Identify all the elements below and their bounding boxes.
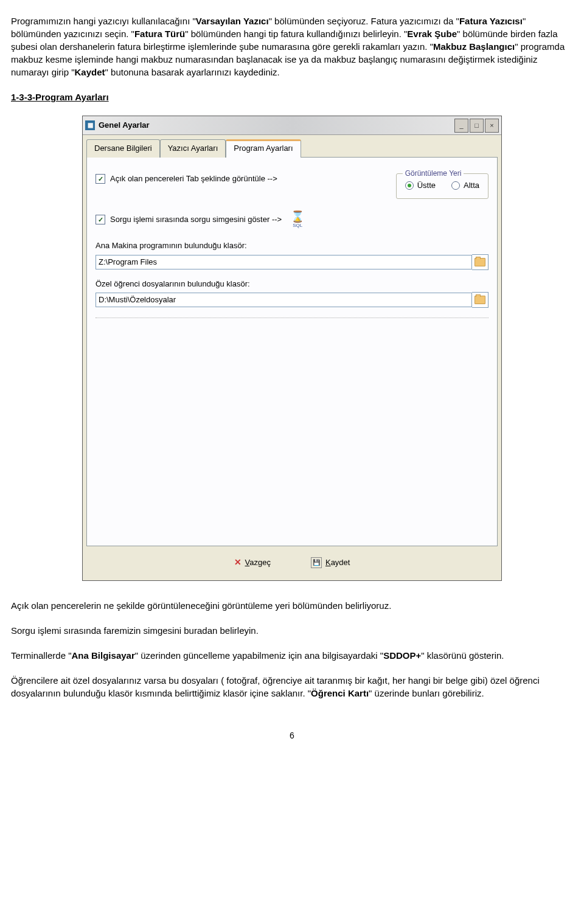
checkbox-sorgu-simgesi[interactable] (96, 215, 105, 224)
kaydet-suffix: aydet (331, 558, 350, 567)
page-number: 6 (11, 730, 573, 742)
section-heading: 1-3-3-Program Ayarları (11, 91, 573, 103)
vazgec-suffix: azgeç (249, 558, 271, 567)
ana-bilgisayar-bold: Ana Bilgisayar (72, 650, 135, 661)
p3b: " üzerinden güncelleme yapabilmeniz için… (135, 650, 383, 661)
save-icon: 💾 (311, 557, 322, 568)
genel-ayarlar-window: ▦ Genel Ayarlar _ □ × Dersane Bilgileri … (82, 116, 502, 581)
ana-makina-input[interactable]: Z:\Program Files (96, 255, 472, 269)
fatura-yazicisi: Fatura Yazıcısı (459, 16, 523, 26)
checkbox-sorgu-label: Sorgu işlemi sırasında sorgu simgesini g… (110, 214, 282, 225)
close-button[interactable]: × (485, 119, 499, 133)
ana-makina-label: Ana Makina programının bulunduğu klasör: (96, 240, 488, 251)
ozel-ogrenci-label: Özel öğrenci dosyalarının bulunduğu klas… (96, 279, 488, 290)
checkbox-tab-label: Açık olan pencereleri Tab şeklinde görün… (110, 173, 277, 184)
group-legend: Görüntüleme Yeri (403, 168, 464, 179)
browse-ozel-ogrenci-button[interactable] (472, 292, 488, 308)
para-3: Terminallerde "Ana Bilgisayar" üzerinden… (11, 649, 573, 662)
evrak-sube: Evrak Şube (407, 29, 457, 39)
sql-hourglass-icon: ⌛ SQL (288, 210, 307, 229)
radio-ustte-label: Üstte (417, 180, 436, 191)
folder-icon (474, 258, 485, 266)
fatura-turu: Fatura Türü (134, 29, 185, 39)
p4b: " üzerinde bunları görebiliriz. (369, 688, 484, 698)
para-2: Sorgu işlemi sırasında faremizin simgesi… (11, 624, 573, 637)
tab-yazici-ayarlari[interactable]: Yazıcı Ayarları (160, 139, 226, 158)
sql-text: SQL (293, 222, 302, 229)
tab-bar: Dersane Bilgileri Yazıcı Ayarları Progra… (86, 139, 501, 157)
p3c: " klasörünü gösterin. (421, 650, 504, 661)
cancel-icon: ✕ (234, 557, 242, 569)
para-1: Açık olan pencerelerin ne şekilde görünt… (11, 599, 573, 612)
dialog-footer: ✕ Vazgeç 💾 Kaydet (83, 550, 501, 580)
tab-dersane-bilgileri[interactable]: Dersane Bilgileri (86, 139, 160, 158)
sddop-bold: SDDOP+ (383, 650, 421, 661)
ozel-ogrenci-input[interactable]: D:\Musti\Özeldosyalar (96, 293, 472, 307)
intro-paragraph: Programımızın hangi yazıcıyı kullanılaca… (11, 15, 573, 78)
ogrenci-karti-bold: Öğrenci Kartı (311, 688, 369, 698)
para-4: Öğrencilere ait özel dosyalarınız varsa … (11, 674, 573, 700)
radio-altta-label: Altta (464, 180, 479, 191)
folder-icon (474, 296, 485, 304)
browse-ana-makina-button[interactable] (472, 254, 488, 270)
kaydet-button[interactable]: 💾 Kaydet (303, 554, 358, 572)
goruntuleme-yeri-group: Görüntüleme Yeri Üstte Altta (396, 173, 488, 199)
tab-panel: Açık olan pencereleri Tab şeklinde görün… (86, 157, 498, 546)
app-icon: ▦ (85, 120, 95, 130)
tab-program-ayarlari[interactable]: Program Ayarları (226, 139, 301, 158)
maximize-button[interactable]: □ (470, 119, 484, 133)
varsayilan-yazici: Varsayılan Yazıcı (196, 16, 269, 26)
vazgec-button[interactable]: ✕ Vazgeç (226, 554, 279, 572)
divider (96, 318, 488, 318)
window-title: Genel Ayarlar (99, 120, 453, 131)
titlebar: ▦ Genel Ayarlar _ □ × (83, 116, 501, 135)
minimize-button[interactable]: _ (454, 119, 468, 133)
radio-altta[interactable] (451, 181, 460, 190)
makbuz-baslangici: Makbuz Başlangıcı (433, 41, 515, 52)
checkbox-tab-goruntule[interactable] (96, 174, 105, 184)
kaydet-word: Kaydet (75, 67, 105, 77)
radio-ustte[interactable] (405, 181, 414, 190)
p3a: Terminallerde " (11, 650, 72, 661)
